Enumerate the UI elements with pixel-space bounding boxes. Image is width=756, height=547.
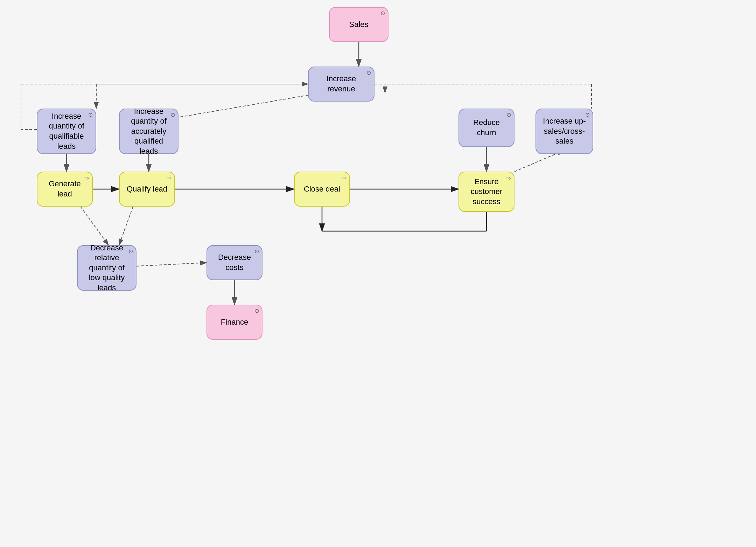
conn-ir-iqqual <box>168 93 322 119</box>
toggle-icon-dql <box>128 248 133 255</box>
node-inc-qty-qualified[interactable]: Increase quantity of accurately qualifie… <box>119 109 178 154</box>
toggle-icon-sales <box>380 10 385 17</box>
toggle-icon-iqql <box>88 111 93 119</box>
node-rc-label: Reduce churn <box>465 118 508 138</box>
conn-dql-dc <box>136 263 206 266</box>
toggle-icon-finance <box>254 307 259 315</box>
arrow-icon-cd <box>341 174 346 182</box>
node-es-label: Ensure customer success <box>465 177 508 207</box>
node-decrease-qty-low[interactable]: Decrease relative quantity of low qualit… <box>77 245 136 291</box>
node-ensure-success[interactable]: Ensure customer success <box>458 172 514 212</box>
node-reduce-churn[interactable]: Reduce churn <box>458 109 514 147</box>
node-generate-lead[interactable]: Generate lead <box>37 172 93 207</box>
node-dc-label: Decrease costs <box>213 252 256 272</box>
toggle-icon-iu <box>585 111 590 119</box>
node-finance-label: Finance <box>221 317 248 327</box>
node-inc-upsales[interactable]: Increase up-sales/cross-sales <box>536 109 593 154</box>
toggle-icon-rc <box>506 111 511 119</box>
arrow-icon-ql <box>166 174 172 182</box>
node-increase-revenue-label: Increase revenue <box>314 74 368 94</box>
node-ql-label: Qualify lead <box>127 184 167 194</box>
node-sales[interactable]: Sales <box>329 7 388 42</box>
toggle-icon-iqqual <box>170 111 175 119</box>
node-inc-qty-qualifiable[interactable]: Increase quantity of qualifiable leads <box>37 109 96 154</box>
node-dql-label: Decrease relative quantity of low qualit… <box>83 243 130 293</box>
node-decrease-costs[interactable]: Decrease costs <box>206 245 262 280</box>
arrow-icon-gl <box>84 174 89 182</box>
node-increase-revenue[interactable]: Increase revenue <box>308 67 374 102</box>
node-cd-label: Close deal <box>304 184 340 194</box>
node-iqql-label: Increase quantity of qualifiable leads <box>43 111 90 151</box>
arrow-icon-es <box>506 174 511 182</box>
node-iqqual-label: Increase quantity of accurately qualifie… <box>125 106 172 157</box>
conn-ql-dql <box>119 207 133 245</box>
toggle-icon-dc <box>254 248 259 255</box>
conn-gl-dql <box>80 207 108 245</box>
node-sales-label: Sales <box>349 20 368 30</box>
node-finance[interactable]: Finance <box>206 305 262 340</box>
node-qualify-lead[interactable]: Qualify lead <box>119 172 175 207</box>
node-close-deal[interactable]: Close deal <box>294 172 350 207</box>
diagram-container: Sales Increase revenue Increase quantity… <box>0 0 756 547</box>
node-iu-label: Increase up-sales/cross-sales <box>542 116 587 146</box>
node-gl-label: Generate lead <box>43 179 86 199</box>
toggle-icon-increase-revenue <box>366 69 371 77</box>
